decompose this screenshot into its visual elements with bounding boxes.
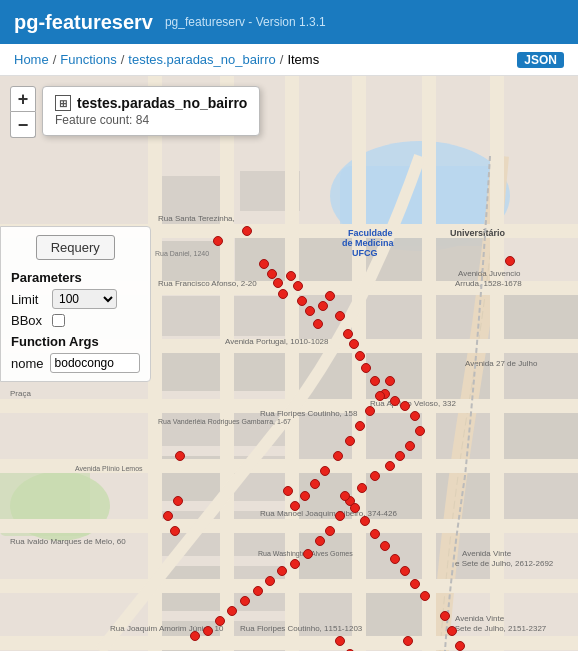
map-dot: [403, 636, 413, 646]
svg-text:Avenida Portugal, 1010-1028: Avenida Portugal, 1010-1028: [225, 337, 329, 346]
json-badge[interactable]: JSON: [517, 52, 564, 68]
map-dot: [355, 351, 365, 361]
zoom-in-button[interactable]: +: [10, 86, 36, 112]
map-dot: [259, 259, 269, 269]
map-dot: [415, 426, 425, 436]
map-dot: [343, 329, 353, 339]
map-dot: [190, 631, 200, 641]
svg-rect-56: [220, 76, 234, 651]
breadcrumb-home[interactable]: Home: [14, 52, 49, 67]
map-dot: [357, 483, 367, 493]
map-dot: [335, 311, 345, 321]
svg-text:Rua Francisco Afonso, 2-20: Rua Francisco Afonso, 2-20: [158, 279, 257, 288]
map-dot: [290, 501, 300, 511]
limit-row: Limit 10501005001000: [11, 289, 140, 309]
svg-text:Avenida Vinte: Avenida Vinte: [455, 614, 505, 623]
bbox-checkbox[interactable]: [52, 314, 65, 327]
svg-text:Praça: Praça: [10, 389, 31, 398]
map-dot: [325, 526, 335, 536]
breadcrumb-collection[interactable]: testes.paradas_no_bairro: [128, 52, 275, 67]
svg-text:Rua Floripes Coutinho, 1151-12: Rua Floripes Coutinho, 1151-1203: [240, 624, 363, 633]
zoom-out-button[interactable]: −: [10, 112, 36, 138]
svg-rect-9: [155, 296, 220, 336]
app-title: pg-featureserv: [14, 11, 153, 34]
breadcrumb-items: Items: [287, 52, 319, 67]
svg-rect-43: [496, 291, 578, 341]
svg-text:Arruda, 1528-1678: Arruda, 1528-1678: [455, 279, 522, 288]
parameters-label: Parameters: [11, 270, 140, 285]
nome-row: nome: [11, 353, 140, 373]
map-dot: [173, 496, 183, 506]
map-dot: [163, 511, 173, 521]
map-dot: [390, 554, 400, 564]
map-dot: [420, 591, 430, 601]
map-dot: [293, 281, 303, 291]
map-dot: [370, 471, 380, 481]
nome-input[interactable]: [50, 353, 140, 373]
map-dot: [370, 529, 380, 539]
map-dot: [320, 466, 330, 476]
map-dot: [395, 451, 405, 461]
map-dot: [360, 516, 370, 526]
zoom-controls[interactable]: + −: [10, 86, 36, 138]
map-dot: [310, 479, 320, 489]
popup-title: ⊞ testes.paradas_no_bairro: [55, 95, 247, 111]
map-dot: [290, 559, 300, 569]
map-dot: [455, 641, 465, 651]
map-dot: [305, 306, 315, 316]
info-popup: ⊞ testes.paradas_no_bairro Feature count…: [42, 86, 260, 136]
nome-label: nome: [11, 356, 44, 371]
map-dot: [278, 289, 288, 299]
requery-button[interactable]: Requery: [36, 235, 115, 260]
map-dot: [380, 541, 390, 551]
map-dot: [375, 391, 385, 401]
sep3: /: [280, 52, 284, 67]
map-dot: [350, 503, 360, 513]
map-dot: [325, 291, 335, 301]
svg-text:Rua Vanderléia Rodrigues Gamba: Rua Vanderléia Rodrigues Gambarra, 1-67: [158, 418, 291, 426]
svg-text:Avenida Juvencio: Avenida Juvencio: [458, 269, 521, 278]
bbox-label: BBox: [11, 313, 46, 328]
header: pg-featureserv pg_featureserv - Version …: [0, 0, 578, 44]
svg-rect-8: [235, 231, 290, 281]
map-dot: [315, 536, 325, 546]
map-dot: [283, 486, 293, 496]
map-dot: [505, 256, 515, 266]
map-dot: [400, 401, 410, 411]
svg-text:Rua Aprígio Veloso, 332: Rua Aprígio Veloso, 332: [370, 399, 456, 408]
svg-text:UFCG: UFCG: [352, 248, 378, 258]
map-dot: [215, 616, 225, 626]
map-dot: [447, 626, 457, 636]
expand-icon[interactable]: ⊞: [55, 95, 71, 111]
breadcrumb: Home / Functions / testes.paradas_no_bai…: [0, 44, 578, 76]
map-dot: [400, 566, 410, 576]
map-dot: [345, 436, 355, 446]
limit-select[interactable]: 10501005001000: [52, 289, 117, 309]
map-dot: [213, 236, 223, 246]
svg-text:Rua Floripes Coutinho, 158: Rua Floripes Coutinho, 158: [260, 409, 358, 418]
svg-text:Rua Santa Terezinha,: Rua Santa Terezinha,: [158, 214, 235, 223]
sep1: /: [53, 52, 57, 67]
map-dot: [385, 461, 395, 471]
map-dot: [355, 421, 365, 431]
popup-collection-name: testes.paradas_no_bairro: [77, 95, 247, 111]
svg-rect-45: [496, 411, 578, 461]
map-dot: [313, 319, 323, 329]
map-dot: [410, 411, 420, 421]
svg-rect-10: [230, 296, 290, 336]
map-dot: [277, 566, 287, 576]
limit-label: Limit: [11, 292, 46, 307]
svg-text:Avenida Vinte: Avenida Vinte: [462, 549, 512, 558]
sidebar-panel: Requery Parameters Limit 10501005001000 …: [0, 226, 151, 382]
breadcrumb-functions[interactable]: Functions: [60, 52, 116, 67]
svg-text:Avenida Plínio Lemos: Avenida Plínio Lemos: [75, 465, 143, 472]
map-dot: [318, 301, 328, 311]
app-version: pg_featureserv - Version 1.3.1: [165, 15, 326, 29]
map-container[interactable]: Rua Santa Terezinha, Rua Francisco Afons…: [0, 76, 578, 651]
map-dot: [333, 451, 343, 461]
svg-text:e Sete de Julho, 2612-2692: e Sete de Julho, 2612-2692: [455, 559, 554, 568]
map-dot: [405, 441, 415, 451]
map-dot: [300, 491, 310, 501]
map-dot: [175, 451, 185, 461]
map-dot: [340, 491, 350, 501]
